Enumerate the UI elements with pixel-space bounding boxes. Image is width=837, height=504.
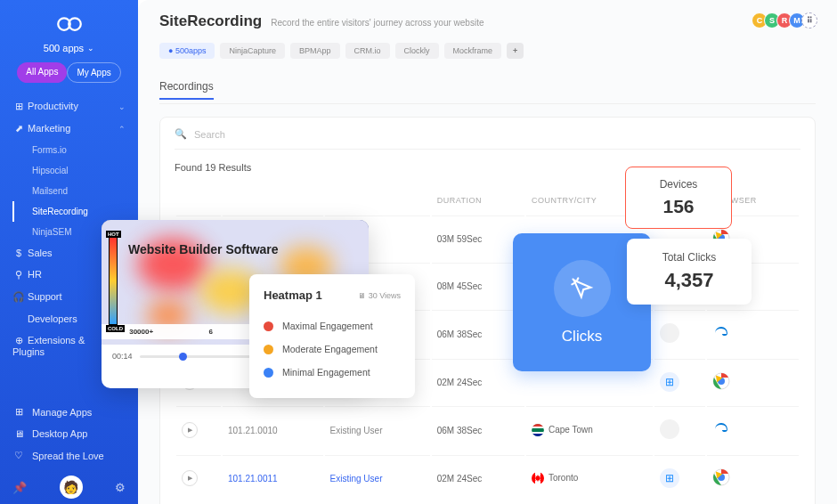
user-type: Existing User bbox=[330, 474, 383, 484]
tab-clockly[interactable]: Clockly bbox=[395, 43, 439, 59]
location: Toronto bbox=[526, 455, 653, 500]
apps-toggle: All Apps My Apps bbox=[0, 62, 138, 83]
total-clicks-value: 4,357 bbox=[639, 269, 739, 292]
browser bbox=[707, 455, 799, 500]
heatmap-legend-card: Heatmap 1 🖥30 Views Maximal EngagementMo… bbox=[249, 274, 415, 398]
nav-marketing[interactable]: ⬈ Marketing⌃ bbox=[0, 118, 138, 140]
nav-icon: 🎧 bbox=[12, 291, 25, 303]
nav-productivity[interactable]: ⊞ Productivity⌄ bbox=[0, 95, 138, 118]
stat: 30000+ bbox=[129, 328, 153, 336]
pin-icon[interactable]: 📌 bbox=[12, 481, 27, 494]
nav-icon: ⊞ bbox=[12, 101, 25, 112]
duration: 03M 59Sec bbox=[432, 215, 524, 261]
windows-icon: ⊞ bbox=[660, 372, 679, 392]
tab-ninjacapture[interactable]: NinjaCapture bbox=[220, 43, 285, 59]
os: ⊞ bbox=[654, 455, 705, 500]
table-row[interactable]: ▶ 101.21.0011 Existing User 02M 24Sec To… bbox=[176, 455, 799, 500]
subnav-hipsocial[interactable]: Hipsocial bbox=[27, 160, 138, 181]
apple-icon bbox=[660, 419, 679, 439]
playback-time: 00:14 bbox=[112, 352, 133, 361]
stat: 6 bbox=[208, 328, 212, 336]
nav-icon: ⚲ bbox=[12, 269, 25, 280]
legend-item: Maximal Engagement bbox=[264, 314, 401, 337]
nav-icon: ♡ bbox=[12, 450, 25, 461]
total-clicks-card: Total Clicks 4,357 bbox=[627, 239, 752, 305]
apple-icon bbox=[660, 323, 679, 343]
tab-apps[interactable]: 500apps bbox=[159, 43, 215, 59]
search-input[interactable]: 🔍 Search bbox=[175, 128, 800, 150]
play-button[interactable]: ▶ bbox=[182, 422, 198, 438]
col-header bbox=[325, 187, 430, 214]
subnav-siterecording[interactable]: SiteRecording bbox=[12, 201, 138, 222]
total-clicks-label: Total Clicks bbox=[639, 251, 739, 264]
legend-text: Minimal Engagement bbox=[282, 367, 370, 378]
legend-item: Moderate Engagement bbox=[264, 337, 401, 361]
all-apps-button[interactable]: All Apps bbox=[17, 62, 67, 83]
nav-icon: ⬈ bbox=[12, 123, 25, 134]
tab-crmio[interactable]: CRM.io bbox=[345, 43, 390, 59]
browser bbox=[707, 310, 799, 357]
bottom-nav-desktop-app[interactable]: 🖥 Desktop App bbox=[0, 423, 138, 444]
gear-icon[interactable]: ⚙ bbox=[115, 481, 126, 494]
tab-bpmapp[interactable]: BPMApp bbox=[290, 43, 340, 59]
heat-hot-label: HOT bbox=[106, 231, 121, 238]
bottom-nav-spread-the-love[interactable]: ♡ Spread the Love bbox=[0, 444, 138, 467]
cursor-icon bbox=[554, 260, 611, 317]
duration: 02M 24Sec bbox=[432, 455, 524, 500]
os bbox=[654, 310, 705, 357]
page-subtitle: Record the entire visitors' journey acro… bbox=[271, 18, 484, 28]
legend-dot bbox=[264, 345, 273, 354]
clicks-label: Clicks bbox=[562, 328, 602, 345]
sidebar-footer: 📌 🧑 ⚙ bbox=[0, 470, 138, 504]
devices-card: Devices 156 bbox=[625, 167, 732, 229]
page-title: SiteRecording bbox=[159, 12, 262, 30]
duration: 06M 38Sec bbox=[432, 406, 524, 453]
my-apps-button[interactable]: My Apps bbox=[67, 62, 120, 83]
legend-dot bbox=[264, 368, 273, 378]
ip-address: 101.21.0010 bbox=[228, 426, 278, 435]
nav-icon: $ bbox=[12, 248, 25, 258]
user-badges: CSRM⠿ bbox=[755, 12, 817, 28]
heat-cold-label: COLD bbox=[106, 325, 125, 332]
duration: 06M 38Sec bbox=[432, 310, 524, 357]
app-tabs: 500appsNinjaCaptureBPMAppCRM.ioClocklyMo… bbox=[159, 43, 816, 59]
nav-icon: ⊕ bbox=[12, 335, 25, 346]
chevron-icon: ⌃ bbox=[118, 125, 126, 134]
chevron-down-icon: ⌄ bbox=[87, 44, 94, 53]
nav-icon: ⊞ bbox=[12, 406, 25, 418]
os bbox=[654, 406, 705, 453]
heat-scale bbox=[109, 236, 118, 325]
play-button[interactable]: ▶ bbox=[182, 470, 198, 486]
bottom-nav-manage-apps[interactable]: ⊞ Manage Apps bbox=[0, 401, 138, 423]
duration: 08M 45Sec bbox=[432, 263, 524, 308]
logo bbox=[0, 11, 138, 37]
os: ⊞ bbox=[654, 359, 705, 404]
windows-icon: ⊞ bbox=[660, 468, 679, 488]
monitor-icon: 🖥 bbox=[358, 291, 366, 300]
legend-text: Maximal Engagement bbox=[282, 321, 373, 331]
avatar[interactable]: 🧑 bbox=[60, 476, 83, 499]
legend-title: Heatmap 1 bbox=[264, 289, 322, 302]
subnav-mailsend[interactable]: Mailsend bbox=[27, 181, 138, 201]
nav-icon: 🖥 bbox=[12, 428, 25, 439]
tab-mockframe[interactable]: Mockframe bbox=[444, 43, 502, 59]
chevron-icon: ⌄ bbox=[118, 102, 126, 111]
subnav-forms-io[interactable]: Forms.io bbox=[27, 140, 138, 160]
table-row[interactable]: ▶ 101.21.0010 Existing User 06M 38Sec Ca… bbox=[176, 406, 799, 453]
col-header bbox=[176, 187, 221, 214]
location: Cape Town bbox=[526, 406, 653, 453]
search-icon: 🔍 bbox=[175, 128, 187, 140]
devices-label: Devices bbox=[637, 178, 720, 191]
add-user-badge[interactable]: ⠿ bbox=[801, 12, 817, 28]
devices-value: 156 bbox=[637, 196, 720, 217]
legend-dot bbox=[264, 321, 273, 331]
add-tab-button[interactable]: + bbox=[507, 43, 524, 59]
user-type: Existing User bbox=[330, 426, 383, 435]
legend-views: 🖥30 Views bbox=[358, 291, 401, 300]
section-tab-recordings[interactable]: Recordings bbox=[159, 80, 214, 100]
ip-address: 101.21.0011 bbox=[228, 474, 278, 484]
col-header bbox=[223, 187, 323, 214]
brand-selector[interactable]: 500 apps⌄ bbox=[0, 43, 138, 53]
browser bbox=[707, 359, 799, 404]
heatmap-headline: Website Builder Software bbox=[128, 242, 279, 257]
